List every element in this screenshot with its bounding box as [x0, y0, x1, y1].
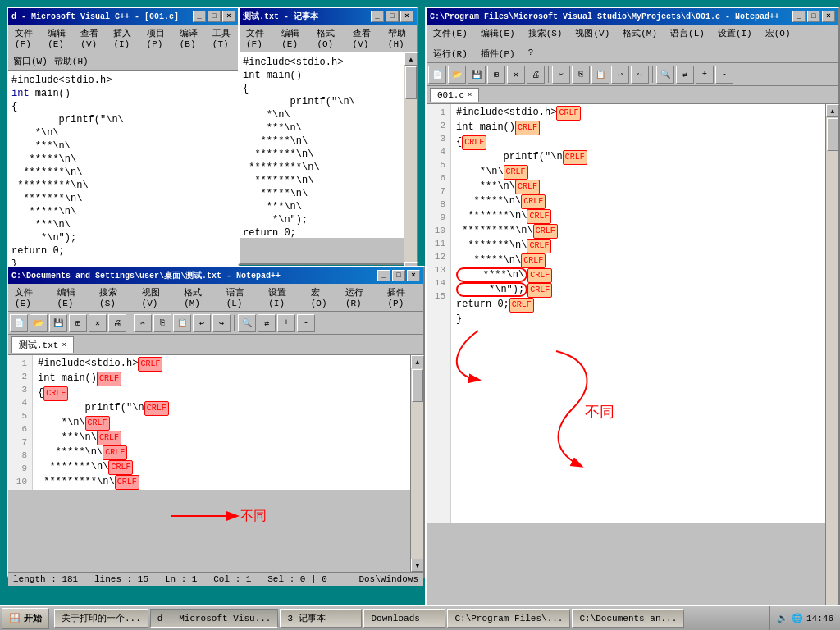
npp-menu-view[interactable]: 视图(V): [572, 26, 613, 40]
npp-menu-edit[interactable]: 编辑(E): [477, 26, 518, 40]
np2-tb-find[interactable]: 🔍: [238, 314, 256, 332]
np2-tb-replace[interactable]: ⇄: [258, 314, 276, 332]
np2-menu-file[interactable]: 文件(E): [11, 285, 48, 309]
np1-menu-view[interactable]: 查看(V): [349, 26, 378, 50]
npp-scroll-track[interactable]: [826, 117, 838, 609]
npp-tb-paste[interactable]: 📋: [591, 66, 609, 84]
taskbar-item-notepad[interactable]: 3 记事本: [280, 609, 362, 628]
np1-scroll-up[interactable]: ▲: [404, 52, 418, 66]
npp-tb-undo[interactable]: ↩: [611, 66, 629, 84]
np2-menu-search[interactable]: 搜索(S): [96, 285, 132, 309]
npp-code-area[interactable]: 12345 678910 1112131415 #include<stdio.h…: [427, 104, 825, 523]
np2-tb-save[interactable]: 💾: [49, 314, 67, 332]
npp-tb-copy[interactable]: ⎘: [572, 66, 590, 84]
np1-scroll-thumb[interactable]: [405, 66, 417, 99]
npp-tb-redo[interactable]: ↪: [631, 66, 649, 84]
np2-tb-redo[interactable]: ↪: [212, 314, 231, 332]
np2-menu-edit[interactable]: 编辑(E): [54, 285, 90, 309]
npp-tb-saveall[interactable]: ⊞: [487, 66, 505, 84]
npp-menu-help[interactable]: ?: [525, 47, 537, 61]
npp-scroll-up[interactable]: ▲: [826, 104, 839, 117]
np1-menu-edit[interactable]: 编辑(E): [278, 26, 307, 50]
np1-minimize-btn[interactable]: _: [371, 11, 384, 22]
npp-menu-file[interactable]: 文件(E): [430, 26, 471, 40]
np2-code-area[interactable]: 12345 678910 1112131415 #include<stdio.h…: [8, 355, 410, 490]
vc-menu-insert[interactable]: 插入(I): [110, 26, 136, 50]
np1-scrollbar[interactable]: ▲ ▼: [404, 52, 417, 275]
np1-menu-format[interactable]: 格式(O): [313, 26, 342, 50]
taskbar-item-npp2[interactable]: C:\Documents an...: [572, 609, 684, 628]
np2-menu-run[interactable]: 运行(R): [342, 285, 378, 309]
npp-tab-001c[interactable]: 001.c ×: [430, 88, 479, 102]
np2-tb-close[interactable]: ✕: [89, 314, 107, 332]
npp-minimize-btn[interactable]: _: [792, 11, 806, 22]
npp-menu-plugins[interactable]: 插件(P): [477, 47, 518, 61]
vc-menu-view[interactable]: 查看(V): [77, 26, 103, 50]
vc-menu-help[interactable]: 帮助(H): [51, 54, 92, 68]
np2-menu-lang[interactable]: 语言(L): [223, 285, 259, 309]
np2-scroll-thumb[interactable]: [412, 369, 423, 402]
np2-tb-print[interactable]: 🖨: [108, 314, 126, 332]
vc-menu-window[interactable]: 窗口(W): [10, 54, 51, 68]
np2-menu-settings[interactable]: 设置(I): [265, 285, 301, 309]
npp-menu-run[interactable]: 运行(R): [430, 47, 471, 61]
vc-menu-file[interactable]: 文件(F): [11, 26, 38, 50]
np2-tb-new[interactable]: 📄: [10, 314, 28, 332]
np2-scroll-down[interactable]: ▼: [411, 559, 424, 572]
vc-menu-tools[interactable]: 工具(T): [209, 26, 235, 50]
taskbar-item-vc[interactable]: d - Microsoft Visu...: [150, 609, 279, 628]
np2-tb-undo[interactable]: ↩: [193, 314, 211, 332]
npp-tb-cut[interactable]: ✂: [552, 66, 570, 84]
np2-tb-paste[interactable]: 📋: [173, 314, 191, 332]
npp-close-btn[interactable]: ×: [822, 11, 835, 22]
npp-maximize-btn[interactable]: □: [807, 11, 820, 22]
npp-menu-lang[interactable]: 语言(L): [667, 26, 708, 40]
np2-tb-zoom-out[interactable]: -: [297, 314, 315, 332]
taskbar-item-about[interactable]: 关于打印的一个...: [54, 609, 148, 628]
taskbar-item-downloads[interactable]: Downloads: [363, 609, 445, 628]
npp-tb-zoomout[interactable]: -: [715, 66, 733, 84]
taskbar-item-npp1[interactable]: C:\Program Files\...: [447, 609, 570, 628]
npp-tb-save[interactable]: 💾: [468, 66, 486, 84]
npp-tab-close[interactable]: ×: [468, 91, 472, 99]
np1-menu-help[interactable]: 帮助(H): [385, 26, 413, 50]
vc-minimize-btn[interactable]: _: [193, 11, 206, 22]
np1-menu-file[interactable]: 文件(F): [243, 26, 272, 50]
np2-menu-macro[interactable]: 宏(O): [308, 285, 336, 309]
vc-menu-build[interactable]: 编译(B): [176, 26, 203, 50]
npp-menu-macro[interactable]: 宏(O): [762, 26, 794, 40]
np2-tb-open[interactable]: 📂: [30, 314, 48, 332]
np2-close-btn[interactable]: ×: [407, 270, 420, 281]
start-button[interactable]: 🪟 开始: [2, 608, 49, 629]
np2-tb-cut[interactable]: ✂: [134, 314, 152, 332]
npp-tb-zoomin[interactable]: +: [696, 66, 714, 84]
np2-scroll-track[interactable]: [411, 368, 423, 559]
npp-scroll-thumb[interactable]: [827, 118, 838, 151]
np2-tab-testfile[interactable]: 测试.txt ×: [11, 336, 74, 353]
vc-menu-project[interactable]: 项目(P): [144, 26, 170, 50]
npp-scrollbar[interactable]: ▲ ▼: [825, 104, 838, 622]
npp-tb-replace[interactable]: ⇄: [676, 66, 694, 84]
np2-maximize-btn[interactable]: □: [392, 270, 405, 281]
np2-scrollbar[interactable]: ▲ ▼: [410, 355, 423, 572]
npp-tb-find[interactable]: 🔍: [656, 66, 674, 84]
npp-menu-format[interactable]: 格式(M): [619, 26, 660, 40]
vc-menu-edit[interactable]: 编辑(E): [44, 26, 71, 50]
npp-menu-search[interactable]: 搜索(S): [525, 26, 566, 40]
npp-tb-open[interactable]: 📂: [448, 66, 466, 84]
vc-maximize-btn[interactable]: □: [208, 11, 221, 22]
npp-tb-print[interactable]: 🖨: [527, 66, 545, 84]
npp-tb-close[interactable]: ✕: [507, 66, 525, 84]
np2-minimize-btn[interactable]: _: [377, 270, 390, 281]
np1-close-btn[interactable]: ×: [400, 11, 413, 22]
np2-menu-plugins[interactable]: 插件(P): [384, 285, 420, 309]
np1-maximize-btn[interactable]: □: [386, 11, 399, 22]
np2-tab-close[interactable]: ×: [62, 341, 66, 349]
np2-tb-saveall[interactable]: ⊞: [69, 314, 87, 332]
vc-close-btn[interactable]: ×: [222, 11, 235, 22]
np2-tb-copy[interactable]: ⎘: [153, 314, 171, 332]
np1-scroll-track[interactable]: [404, 66, 417, 262]
np2-menu-view[interactable]: 视图(V): [139, 285, 175, 309]
np2-tb-zoom-in[interactable]: +: [277, 314, 295, 332]
np2-scroll-up[interactable]: ▲: [411, 355, 424, 368]
